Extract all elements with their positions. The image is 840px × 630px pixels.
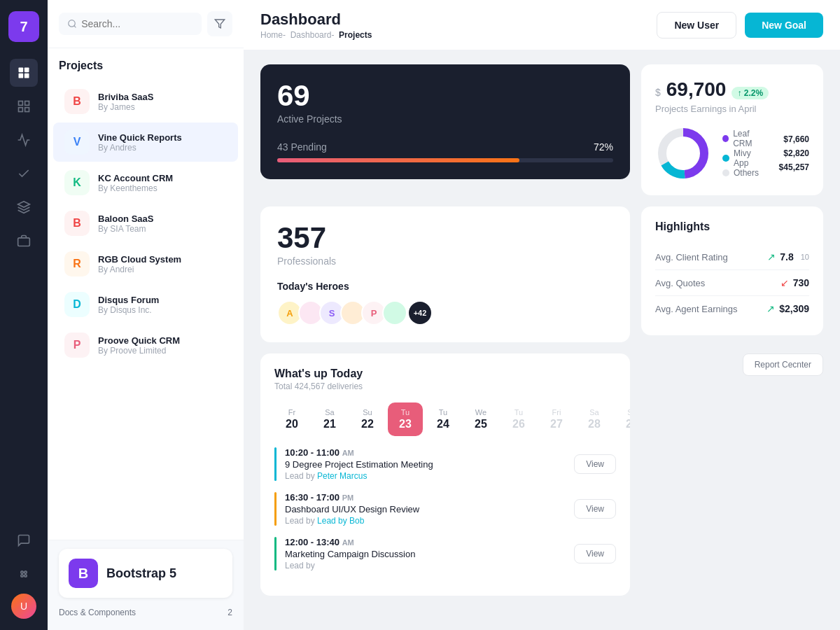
project-item-rgb[interactable]: R RGB Cloud System By Andrei — [53, 244, 238, 284]
project-info-kc: KC Account CRM By Keenthemes — [98, 173, 227, 193]
cal-day-25[interactable]: We 25 — [463, 402, 498, 436]
cal-day-27[interactable]: Fri 27 — [539, 402, 574, 436]
report-center-button[interactable]: Report Cecnter — [743, 354, 823, 376]
nav-icon-check[interactable] — [10, 160, 38, 188]
highlight-name-1: Avg. Quotes — [655, 278, 705, 288]
event-view-button-0[interactable]: View — [574, 454, 616, 474]
legend-val-mivy: $2,820 — [779, 148, 809, 158]
cal-day-20[interactable]: Fr 20 — [274, 402, 309, 436]
legend-name-leaf: Leaf CRM — [733, 129, 767, 148]
project-item-baloon[interactable]: B Baloon SaaS By SIA Team — [53, 204, 238, 243]
cal-day-21[interactable]: Sa 21 — [312, 402, 347, 436]
project-item-proove[interactable]: P Proove Quick CRM By Proove Limited — [53, 326, 238, 365]
cal-day-26[interactable]: Tu 26 — [501, 402, 536, 436]
earnings-badge: ↑ 2.2% — [732, 87, 769, 99]
hero-avatar-5 — [382, 300, 407, 326]
svg-point-14 — [69, 20, 75, 27]
cal-day-24[interactable]: Tu 24 — [426, 402, 461, 436]
bootstrap-card: B Bootstrap 5 — [59, 549, 232, 598]
svg-rect-7 — [19, 108, 23, 112]
project-icon-proove: P — [64, 332, 90, 358]
active-projects-bottom: 43 Pending 72% — [277, 141, 613, 162]
event-name-0: 9 Degree Project Estimation Meeting — [285, 459, 566, 470]
event-line-1 — [274, 492, 276, 526]
nav-avatar[interactable]: 7 — [8, 11, 39, 42]
cal-day-28[interactable]: Sa 28 — [577, 402, 612, 436]
cal-day-num-26: 26 — [512, 418, 525, 430]
cal-day-name-23: Tu — [401, 408, 410, 416]
search-icon — [67, 18, 77, 29]
project-sub-kc: By Keenthemes — [98, 183, 227, 193]
earnings-top: $ 69,700 ↑ 2.2% — [655, 78, 809, 101]
event-content-0: 10:20 - 11:00 AM 9 Degree Project Estima… — [285, 447, 566, 481]
event-lead-link-1[interactable]: Lead by Bob — [317, 516, 364, 526]
nav-icon-chat[interactable] — [10, 526, 38, 554]
docs-label: Docs & Components — [59, 608, 136, 617]
cal-day-num-28: 28 — [588, 418, 601, 430]
project-item-briviba[interactable]: B Briviba SaaS By James — [53, 82, 238, 121]
project-icon-briviba: B — [64, 89, 90, 114]
cal-day-22[interactable]: Su 22 — [350, 402, 385, 436]
pending-label: 43 Pending — [277, 141, 327, 153]
schedule-subtitle: Total 424,567 deliveries — [274, 382, 616, 391]
project-info-disqus: Disqus Forum By Disqus Inc. — [98, 295, 227, 315]
svg-rect-1 — [24, 68, 29, 73]
pending-percent: 72% — [594, 141, 613, 153]
project-name-briviba: Briviba SaaS — [98, 92, 227, 102]
professionals-label: Professionals — [277, 255, 613, 267]
event-lead-link-0[interactable]: Peter Marcus — [317, 471, 367, 481]
highlight-name-0: Avg. Client Rating — [655, 252, 728, 262]
filter-button[interactable] — [207, 11, 232, 36]
nav-icon-briefcase[interactable] — [10, 227, 38, 255]
cal-day-23[interactable]: Tu 23 — [388, 402, 423, 436]
project-item-vine[interactable]: V Vine Quick Reports By Andres — [53, 122, 238, 162]
content-scrollable: 69 Active Projects 43 Pending 72% — [244, 50, 840, 630]
breadcrumb-projects[interactable]: Projects — [339, 30, 372, 40]
progress-bar-fill — [277, 158, 519, 162]
new-goal-button[interactable]: New Goal — [745, 13, 823, 38]
grid-row-3: What's up Today Total 424,567 deliveries… — [260, 354, 823, 596]
user-avatar[interactable]: U — [11, 594, 36, 619]
nav-icon-chart[interactable] — [10, 126, 38, 154]
project-icon-rgb: R — [64, 251, 90, 276]
earnings-chart-area: Leaf CRM Mivy App Others — [655, 125, 809, 181]
docs-count: 2 — [227, 608, 232, 617]
new-user-button[interactable]: New User — [657, 12, 736, 38]
project-item-kc[interactable]: K KC Account CRM By Keenthemes — [53, 163, 238, 202]
svg-rect-0 — [19, 68, 24, 73]
nav-icon-layers[interactable] — [10, 193, 38, 221]
docs-link[interactable]: Docs & Components 2 — [59, 603, 232, 622]
search-input[interactable] — [81, 18, 193, 29]
professionals-card: 357 Professionals Today's Heroes ASP+42 — [260, 206, 630, 342]
highlights-list: Avg. Client Rating ↗ 7.8 10 Avg. Quotes … — [655, 244, 809, 321]
earnings-card: $ 69,700 ↑ 2.2% Projects Earnings in Apr… — [641, 64, 823, 195]
project-item-disqus[interactable]: D Disqus Forum By Disqus Inc. — [53, 285, 238, 324]
cal-day-num-20: 20 — [286, 418, 298, 430]
cal-day-name-25: We — [475, 408, 486, 416]
event-view-button-2[interactable]: View — [574, 544, 616, 564]
pending-row: 43 Pending 72% — [277, 141, 613, 153]
events-list: 10:20 - 11:00 AM 9 Degree Project Estima… — [274, 447, 616, 570]
legend-dot-mivy — [722, 155, 729, 162]
left-navigation: 7 U — [0, 0, 48, 630]
active-projects-col: 69 Active Projects 43 Pending 72% — [260, 64, 630, 195]
schedule-col: What's up Today Total 424,567 deliveries… — [260, 354, 630, 596]
event-view-button-1[interactable]: View — [574, 499, 616, 519]
breadcrumb-dashboard[interactable]: Dashboard- — [290, 30, 337, 40]
svg-point-13 — [24, 575, 27, 577]
event-item-1: 16:30 - 17:00 PM Dashboard UI/UX Design … — [274, 492, 616, 526]
chart-legend: Leaf CRM Mivy App Others — [722, 129, 768, 178]
nav-icon-dashboard[interactable] — [10, 59, 38, 87]
event-name-1: Dashboard UI/UX Design Review — [285, 504, 566, 514]
svg-rect-3 — [24, 74, 29, 78]
project-icon-kc: K — [64, 170, 90, 195]
project-name-baloon: Baloon SaaS — [98, 214, 227, 224]
nav-icon-apps[interactable] — [10, 560, 38, 588]
event-content-2: 12:00 - 13:40 AM Marketing Campaign Disc… — [285, 537, 566, 570]
nav-icon-grid[interactable] — [10, 92, 38, 120]
project-icon-disqus: D — [64, 292, 90, 317]
cal-day-29[interactable]: Su 29 — [615, 402, 630, 436]
legend-name-others: Others — [734, 168, 759, 178]
legend-val-leaf: $7,660 — [779, 134, 809, 144]
breadcrumb-home[interactable]: Home- — [260, 30, 288, 40]
